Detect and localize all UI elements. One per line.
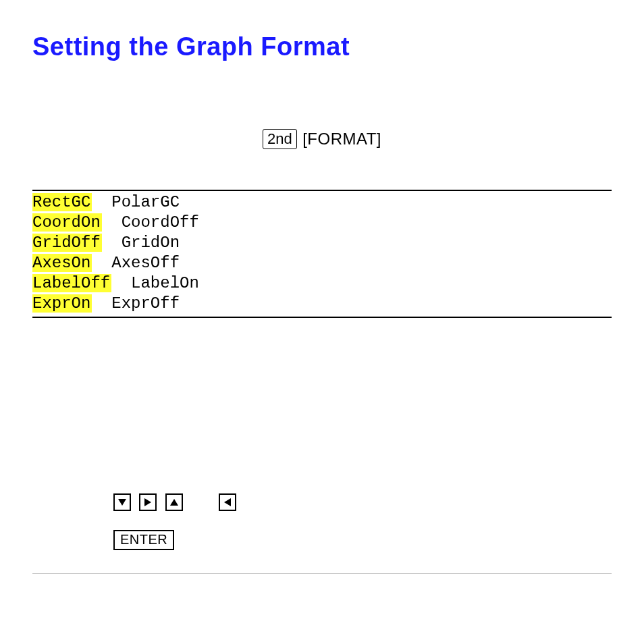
format-row-grid: GridOff GridOn [32,233,612,253]
option-rectgc[interactable]: RectGC [32,193,92,211]
format-row-expr: ExprOn ExprOff [32,294,612,314]
access-keys: 2nd [FORMAT] [32,129,612,149]
format-function-label: [FORMAT] [302,130,381,148]
option-axeson[interactable]: AxesOn [32,254,92,272]
format-settings-box: RectGC PolarGC CoordOn CoordOff GridOff … [32,190,612,318]
enter-key-row: ENTER [32,530,612,550]
format-row-axes: AxesOn AxesOff [32,253,612,273]
option-labeloff[interactable]: LabelOff [32,274,111,292]
down-arrow-key-icon [113,493,131,511]
enter-key: ENTER [113,530,174,550]
left-arrow-key-icon [219,493,236,511]
option-exproff[interactable]: ExprOff [111,294,180,313]
format-row-coord: CoordOn CoordOff [32,213,612,233]
svg-marker-0 [118,499,126,506]
right-arrow-key-icon [139,493,157,511]
option-labelon[interactable]: LabelOn [131,274,199,292]
option-axesoff[interactable]: AxesOff [111,254,180,272]
svg-marker-1 [144,498,151,506]
format-row-label: LabelOff LabelOn [32,273,612,294]
option-coordon[interactable]: CoordOn [32,213,102,232]
arrow-keys-row [32,493,612,511]
option-expron[interactable]: ExprOn [32,294,92,313]
option-polargc[interactable]: PolarGC [111,193,180,211]
svg-marker-2 [170,499,178,506]
option-gridoff[interactable]: GridOff [32,234,102,252]
page-title: Setting the Graph Format [32,32,612,61]
second-key: 2nd [263,129,297,149]
divider [32,573,612,574]
option-coordoff[interactable]: CoordOff [122,213,199,232]
option-gridon[interactable]: GridOn [122,234,180,252]
format-row-coord-system: RectGC PolarGC [32,192,612,213]
up-arrow-key-icon [165,493,183,511]
svg-marker-3 [224,498,231,506]
